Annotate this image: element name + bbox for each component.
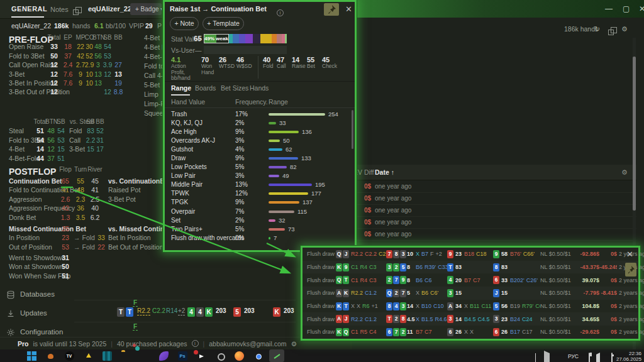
pin-button[interactable] [324, 3, 339, 16]
range-row[interactable]: Set2%32 [165, 216, 355, 225]
range-row[interactable]: KQ, KJ, QJ2%33 [165, 119, 355, 128]
range-row[interactable]: Draw9%133 [165, 154, 355, 163]
tab-notes[interactable]: Notes [50, 6, 69, 13]
table-row[interactable]: Aggression2.62.32.53-Bet Pot [0, 195, 165, 204]
hand-history-row[interactable]: Flush draw ...AKR2.2C1.2Q275XB6C6'315J15… [303, 287, 638, 300]
tab-range[interactable]: Range [171, 84, 191, 92]
col-range[interactable]: Range [269, 98, 288, 106]
popout-window-icon[interactable] [608, 26, 614, 38]
tray-telegram-icon[interactable] [544, 353, 550, 362]
col-hand-value[interactable]: Hand Value [171, 98, 205, 106]
popout-icon[interactable] [73, 6, 79, 18]
table-row[interactable]: Out of Position53→ Fold22Bet Out of Posi… [0, 243, 165, 252]
hand-history-row[interactable]: Flush draw ...KTXXR6+184314XB10C10A34XB1… [303, 300, 638, 313]
hand-date-row[interactable]: 0$one year ago [352, 229, 636, 241]
gear-icon[interactable]: ⚙ [621, 25, 628, 33]
col-frequency[interactable]: Frequency. [235, 98, 268, 106]
hand-history-row[interactable]: Flush draw ...AJR2.2C1.2T284.5XB1.5R4.6+… [303, 312, 638, 326]
account-email[interactable]: abbakumovks@gmail.com [209, 340, 286, 348]
range-row[interactable]: Low Pockets5%82 [165, 163, 355, 172]
hand-history-row[interactable]: Flush draw ...QTC1R4C32798B6C6420B7C7633… [303, 273, 638, 287]
photos-app-icon[interactable] [137, 349, 152, 362]
range-row[interactable]: Overcards AK-J3%50 [165, 136, 355, 145]
hand-history-row[interactable]: Flush draw ...QJR2.2C2.2C2.2+178310XB7F+… [303, 248, 638, 261]
hand-history-row[interactable]: Flush draw ...KQC1R5C467211B7C7626XX626B… [303, 326, 638, 339]
pin-button[interactable] [625, 263, 636, 277]
range-row[interactable]: Low Pair3%49 [165, 172, 355, 180]
table-gear-icon[interactable]: ⚙ [621, 168, 628, 177]
range-row[interactable]: Ace High9%136 [165, 128, 355, 136]
minimize-button[interactable]: — [605, 4, 613, 13]
table-row[interactable]: 3-Bet In Position127.69101319 [0, 79, 164, 88]
range-row[interactable]: Flush draw with overcards0%7 [165, 234, 355, 243]
table-row[interactable]: Continuation Bet655545vs. ContinuationBe… [0, 177, 165, 186]
table-row[interactable]: Call Open Raise122.42.72.933.927 [0, 61, 164, 70]
scrollbar-thumb[interactable] [633, 57, 636, 211]
clock[interactable]: 22:36 27.06.2025 [616, 351, 641, 362]
table-row[interactable]: Donk Bet1.33.56.2 [0, 214, 165, 222]
hand2note-icon[interactable] [269, 349, 284, 362]
range-row[interactable]: Middle Pair13%195 [165, 180, 355, 189]
table-row[interactable]: Fold to 3Bet545653Call2.231 [0, 136, 164, 145]
table-row[interactable]: 4-Bet1412153-Bet1517 [0, 145, 164, 154]
maximize-button[interactable]: ▢ [623, 4, 630, 13]
volume-icon[interactable] [596, 354, 600, 362]
add-badge-button[interactable]: + Badge ▾ [130, 3, 162, 15]
chrome-icon[interactable] [250, 349, 265, 362]
tv-app-icon[interactable]: TV [62, 349, 77, 362]
firefox-icon[interactable] [231, 349, 247, 362]
feather-app-icon[interactable] [156, 349, 171, 362]
table-row[interactable]: Aggression Frequency423640 [0, 204, 165, 213]
packages-text[interactable]: 40 purchased packages [117, 340, 187, 348]
battery-icon[interactable] [611, 353, 613, 362]
tab-general[interactable]: GENERAL [11, 5, 47, 13]
range-row[interactable]: Gutshot4%62 [165, 145, 355, 154]
tray-expand-icon[interactable] [535, 354, 536, 362]
popup-scrollbar-thumb[interactable] [352, 110, 353, 149]
hand-date-row[interactable]: 0$one year ago [352, 193, 636, 205]
settings-gear-icon[interactable]: ⚙ [291, 340, 297, 348]
hand-history-row[interactable]: Flush draw ...K9C1R4C33258B6R39'C33T8388… [303, 261, 638, 274]
range-row[interactable]: TPGK9%137 [165, 198, 355, 207]
hand-date-row[interactable]: 0$one year ago [352, 181, 636, 193]
table-row[interactable]: 3-Bet127.6910131213 [0, 70, 164, 79]
table-row[interactable]: Fold to 3Bet503742525653 [0, 52, 164, 61]
tab-boards[interactable]: Boards [195, 84, 216, 92]
hand-date-row[interactable]: 0$one year ago [352, 217, 636, 229]
table-row[interactable]: Missed Continuation Bet35vs. Missed Cont… [0, 225, 165, 234]
table-row[interactable]: Won at Showdown50 [0, 263, 165, 272]
info-icon[interactable]: i [192, 340, 199, 347]
table-row[interactable]: Went to Showdown31 [0, 254, 165, 263]
table-row[interactable]: In Position23→ Fold33Bet In Position [0, 234, 165, 243]
photoshop-icon[interactable]: Ps [175, 349, 190, 362]
close-icon[interactable]: ✕ [345, 5, 352, 14]
refresh-icon[interactable]: ↻ [594, 25, 600, 33]
table-row[interactable]: Fold to Continuation Bet414841Raised Pot [0, 186, 165, 195]
range-row[interactable]: TPWK12%177 [165, 189, 355, 198]
info-icon[interactable]: i [277, 6, 284, 17]
start-button[interactable] [24, 349, 39, 362]
table-row[interactable]: 3-Bet Out of Position12128.8 [0, 88, 164, 97]
col-date-sort[interactable]: Date ↑ [375, 168, 394, 176]
window-titlebar[interactable]: — ▢ ✕ [352, 0, 644, 18]
sidebar-item-databases[interactable]: Databases [6, 290, 94, 301]
language-indicator[interactable]: РУС [568, 353, 579, 359]
aimp-player-icon[interactable] [80, 349, 96, 362]
game-app-icon[interactable] [43, 349, 58, 362]
add-template-button[interactable]: + Template [203, 17, 244, 30]
file-explorer-icon[interactable] [118, 349, 133, 362]
hand-date-row[interactable]: 0$one year ago [352, 205, 636, 217]
teal-app-icon[interactable] [99, 349, 114, 362]
tab-hands[interactable]: Hands [250, 84, 269, 92]
sidebar-item-updates[interactable]: Updates [6, 309, 94, 320]
sidebar-item-configuration[interactable]: Configuration [6, 327, 94, 339]
range-row[interactable]: Two Pairs+5%73 [165, 225, 355, 234]
close-button[interactable]: ✕ [639, 4, 644, 13]
table-row[interactable]: 4-Bet-Fold443751 [0, 155, 164, 163]
table-row[interactable]: Open Raise331822304854 [0, 43, 164, 52]
table-row[interactable]: Won When Saw Flop51 [0, 272, 165, 281]
range-row[interactable]: Overpair7%115 [165, 207, 355, 216]
table-row[interactable]: Steal514854Fold8352 [0, 127, 164, 136]
add-note-button[interactable]: + Note [170, 17, 199, 30]
close-icon[interactable]: ✕ [626, 250, 633, 259]
